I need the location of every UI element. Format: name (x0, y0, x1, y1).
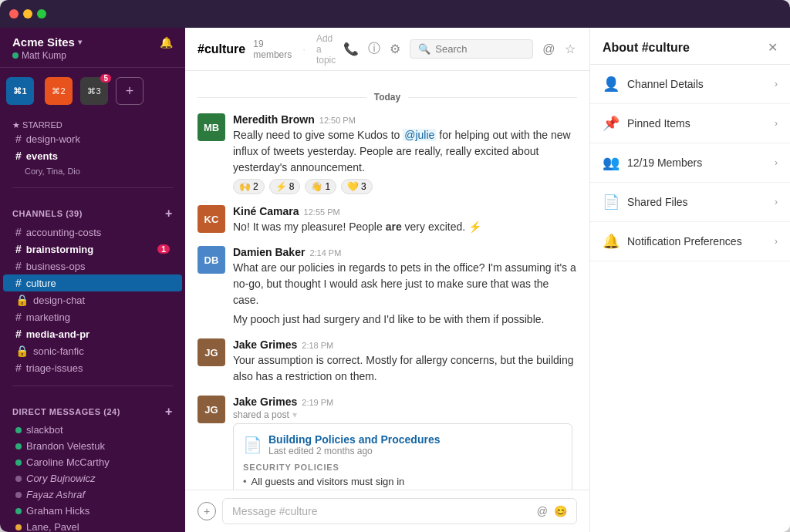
sidebar-item-design-chat[interactable]: 🔒 design-chat (3, 291, 182, 308)
add-dm-icon[interactable]: + (165, 405, 173, 419)
message-content: Jake Grimes 2:19 PM shared a post ▾ 📄 B (233, 396, 577, 490)
message-text: What are our policies in regards to pets… (233, 260, 577, 308)
right-panel-item-members[interactable]: 👥 12/19 Members › (590, 143, 790, 183)
right-panel-title: About #culture (603, 41, 690, 55)
message-author: Meredith Brown (233, 113, 315, 126)
right-panel-header: About #culture ✕ (590, 28, 790, 65)
phone-icon[interactable]: 📞 (343, 42, 359, 56)
sidebar-dm-slackbot[interactable]: slackbot (3, 422, 182, 438)
right-panel-item-shared-files[interactable]: 📄 Shared Files › (590, 183, 790, 222)
post-section-title: SECURITY POLICIES (243, 463, 562, 472)
members-icon: 👥 (603, 154, 620, 171)
emoji-input-icon[interactable]: 😊 (554, 505, 567, 517)
close-button[interactable] (9, 9, 19, 19)
chevron-right-icon: › (775, 157, 778, 168)
sidebar-dm-cory[interactable]: Cory Bujnowicz (3, 470, 182, 487)
table-row: KC Kiné Camara 12:55 PM No! It was my pl… (185, 202, 589, 238)
chat-search-bar[interactable]: 🔍 (410, 39, 533, 59)
sidebar-dm-lane[interactable]: Lane, Pavel (3, 519, 182, 532)
message-header: Jake Grimes 2:18 PM (233, 338, 577, 351)
notification-bell-icon[interactable]: 🔔 (160, 36, 173, 49)
sidebar-dm-graham[interactable]: Graham Hicks (3, 503, 182, 519)
sidebar-item-design-work[interactable]: # design-work (3, 130, 182, 147)
message-time: 2:18 PM (302, 341, 333, 350)
message-time: 2:19 PM (302, 398, 333, 407)
search-input[interactable] (435, 43, 525, 55)
reaction[interactable]: 💛 3 (341, 179, 373, 194)
sidebar-item-triage-issues[interactable]: # triage-issues (3, 359, 182, 376)
info-icon[interactable]: ⓘ (368, 41, 380, 57)
workspace-name[interactable]: Acme Sites ▾ (12, 35, 82, 49)
sidebar-dm-caroline[interactable]: Caroline McCarthy (3, 454, 182, 470)
main-layout: Acme Sites ▾ 🔔 Matt Kump ⌘1 ⌘2 ⌘3 5 (0, 28, 790, 532)
minimize-button[interactable] (23, 9, 32, 19)
right-panel-item-notifications[interactable]: 🔔 Notification Preferences › (590, 222, 790, 261)
post-title-group: Building Policies and Procedures Last ed… (268, 433, 441, 456)
chevron-right-icon: › (775, 197, 778, 207)
at-icon[interactable]: @ (542, 42, 555, 56)
workspace-header: Acme Sites ▾ 🔔 Matt Kump (0, 28, 185, 68)
reaction[interactable]: 🙌 2 (233, 179, 265, 194)
close-icon[interactable]: ✕ (768, 40, 778, 55)
add-workspace-button[interactable]: + (116, 77, 143, 105)
gear-icon[interactable]: ⚙ (390, 42, 400, 56)
message-header: Kiné Camara 12:55 PM (233, 205, 577, 217)
table-row: MB Meredith Brown 12:50 PM Really need t… (185, 110, 589, 197)
channel-name: #culture (198, 42, 245, 56)
starred-section: ★ STARRED # design-work # events Cory, T… (0, 108, 185, 181)
post-title-row: 📄 Building Policies and Procedures Last … (243, 433, 562, 456)
message-content: Jake Grimes 2:18 PM Your assumption is c… (233, 338, 577, 385)
star-icon[interactable]: ☆ (565, 42, 576, 56)
message-author: Damien Baker (233, 246, 305, 258)
sidebar-item-business-ops[interactable]: # business-ops (3, 258, 182, 274)
sidebar-dm-brandon[interactable]: Brandon Velestuk (3, 438, 182, 454)
sidebar-item-media-and-pr[interactable]: # media-and-pr (3, 325, 182, 342)
member-count: 19 members (253, 39, 292, 60)
message-time: 12:55 PM (304, 207, 340, 217)
message-header: Jake Grimes 2:19 PM (233, 396, 577, 408)
chevron-right-icon: › (775, 236, 778, 247)
avatar: KC (198, 205, 225, 233)
sidebar-item-brainstorming[interactable]: # brainstorming 1 (3, 241, 182, 258)
reaction[interactable]: 👋 1 (305, 179, 336, 194)
input-icons: @ 😊 (537, 505, 567, 517)
title-bar (0, 0, 790, 28)
user-status-dot (12, 52, 19, 59)
maximize-button[interactable] (37, 9, 46, 19)
workspace-icon-2[interactable]: ⌘2 (45, 77, 73, 105)
channel-details-icon: 👤 (603, 76, 620, 93)
message-input[interactable]: Message #culture @ 😊 (222, 498, 577, 524)
sidebar-dm-fayaz[interactable]: Fayaz Ashraf (3, 487, 182, 503)
document-icon: 📄 (243, 436, 262, 454)
sidebar-item-accounting-costs[interactable]: # accounting-costs (3, 224, 182, 241)
avatar: JG (198, 396, 225, 423)
app-window: Acme Sites ▾ 🔔 Matt Kump ⌘1 ⌘2 ⌘3 5 (0, 0, 790, 532)
add-attachment-button[interactable]: + (198, 502, 216, 520)
at-input-icon[interactable]: @ (537, 505, 548, 517)
sidebar-item-marketing[interactable]: # marketing (3, 308, 182, 325)
sidebar-item-sonic-fanfic[interactable]: 🔒 sonic-fanfic (3, 342, 182, 359)
shared-files-icon: 📄 (603, 194, 620, 210)
chat-area: #culture 19 members · Add a topic 📞 ⓘ ⚙ … (185, 28, 589, 532)
mention: @julie (403, 129, 436, 141)
message-header: Meredith Brown 12:50 PM (233, 113, 577, 126)
right-panel-item-pinned[interactable]: 📌 Pinned Items › (590, 104, 790, 143)
channel-topic[interactable]: Add a topic (316, 33, 336, 66)
sidebar-item-events[interactable]: # events (3, 147, 182, 164)
chat-input-bar: + Message #culture @ 😊 (185, 490, 589, 532)
reaction[interactable]: ⚡ 8 (269, 179, 301, 194)
sidebar-item-culture[interactable]: # culture (3, 274, 182, 291)
message-time: 12:50 PM (319, 116, 356, 125)
shared-post-label: shared a post ▾ (233, 409, 577, 420)
message-author: Jake Grimes (233, 338, 297, 351)
channels-header: CHANNELS (39) + (0, 207, 185, 224)
workspace-icon-3[interactable]: ⌘3 5 (80, 77, 108, 105)
avatar: DB (198, 246, 225, 274)
right-panel-item-channel-details[interactable]: 👤 Channel Details › (590, 65, 790, 104)
message-text-2: My pooch just had surgery and I'd like t… (233, 311, 577, 328)
members-label: 12/19 Members (627, 157, 767, 169)
add-channel-icon[interactable]: + (165, 207, 173, 221)
workspace-icon-1[interactable]: ⌘1 (6, 77, 34, 105)
dm-section: DIRECT MESSAGES (24) + slackbot Brandon … (0, 392, 185, 532)
shared-post-card[interactable]: 📄 Building Policies and Procedures Last … (233, 423, 572, 490)
